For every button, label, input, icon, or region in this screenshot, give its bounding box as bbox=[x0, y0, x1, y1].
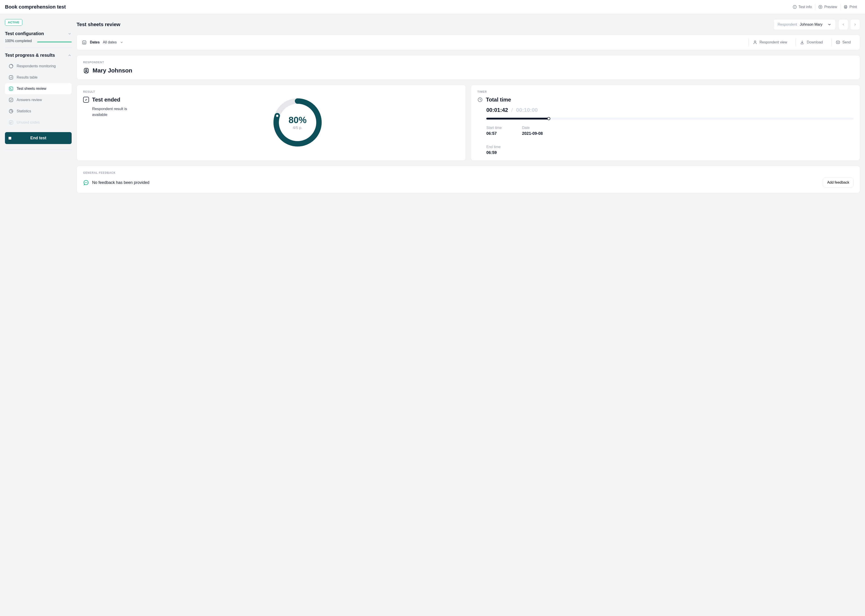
chevron-down-icon bbox=[120, 41, 123, 44]
svg-rect-9 bbox=[9, 75, 13, 79]
svg-rect-12 bbox=[9, 87, 13, 91]
main-header: Test sheets review Respondent Johnson Ma… bbox=[77, 19, 860, 30]
sidebar-item-results-table[interactable]: Results table bbox=[5, 72, 72, 83]
sidebar-item-test-sheets-review[interactable]: Test sheets review bbox=[5, 83, 72, 94]
chevron-down-icon bbox=[68, 32, 72, 36]
sidebar-item-label: Unused codes bbox=[17, 120, 39, 124]
send-icon bbox=[836, 40, 840, 44]
end-time-label: End time bbox=[486, 145, 854, 149]
sidebar: ACTIVE Test configuration 100% completed… bbox=[0, 14, 77, 203]
check-square-icon bbox=[9, 97, 14, 102]
status-badge: ACTIVE bbox=[5, 19, 22, 26]
id-badge-icon bbox=[83, 68, 90, 74]
respondent-select[interactable]: Respondent Johnson Mary bbox=[773, 19, 836, 30]
send-button[interactable]: Send bbox=[832, 38, 855, 46]
result-card: RESULT Test ended Respondent result is a… bbox=[77, 85, 466, 161]
completion-text: 100% completed bbox=[5, 39, 32, 43]
print-button[interactable]: Print bbox=[840, 4, 860, 10]
respondent-name: Mary Johnson bbox=[93, 67, 132, 74]
svg-point-2 bbox=[794, 6, 795, 6]
sidebar-item-label: Respondents monitoring bbox=[17, 64, 56, 68]
add-feedback-button[interactable]: Add feedback bbox=[823, 178, 854, 187]
end-test-label: End test bbox=[30, 136, 46, 140]
svg-rect-14 bbox=[9, 98, 13, 102]
toolbar: Dates All dates Respondent view Download bbox=[77, 35, 860, 50]
checklist-icon bbox=[9, 86, 14, 91]
end-time-value: 06:59 bbox=[486, 150, 854, 155]
sidebar-item-respondents-monitoring[interactable]: Respondents monitoring bbox=[5, 61, 72, 72]
dates-filter[interactable]: Dates All dates bbox=[82, 40, 123, 45]
respondent-view-label: Respondent view bbox=[759, 40, 787, 44]
pager bbox=[838, 19, 860, 30]
chevron-up-icon bbox=[68, 53, 72, 57]
sidebar-item-statistics[interactable]: Statistics bbox=[5, 105, 72, 117]
respondent-view-button[interactable]: Respondent view bbox=[748, 38, 791, 46]
pie-chart-icon bbox=[9, 109, 14, 114]
feedback-label: GENERAL FEEDBACK bbox=[83, 171, 854, 174]
test-info-button[interactable]: Test info bbox=[789, 4, 815, 10]
time-separator: / bbox=[511, 107, 513, 113]
feedback-text: No feedback has been provided bbox=[92, 180, 149, 185]
svg-point-31 bbox=[86, 69, 87, 71]
pager-prev-button[interactable] bbox=[838, 19, 848, 30]
chat-icon bbox=[83, 179, 89, 185]
eye-icon bbox=[818, 5, 822, 9]
section-toggle-progress[interactable]: Test progress & results bbox=[5, 53, 72, 58]
stop-icon bbox=[9, 137, 11, 140]
result-label: RESULT bbox=[83, 90, 459, 93]
svg-point-26 bbox=[84, 43, 85, 44]
topbar-actions: Test info Preview Print bbox=[789, 4, 860, 10]
download-label: Download bbox=[807, 40, 822, 44]
respondent-select-label: Respondent bbox=[778, 22, 797, 27]
section-toggle-config[interactable]: Test configuration bbox=[5, 31, 72, 36]
result-fraction: 4/5 p. bbox=[293, 126, 303, 130]
svg-line-18 bbox=[11, 121, 12, 123]
svg-point-28 bbox=[754, 41, 756, 42]
result-title: Test ended bbox=[92, 97, 120, 103]
completion-progress-bar bbox=[37, 42, 72, 42]
completion-row: 100% completed bbox=[5, 39, 72, 43]
start-time-item: Start time 06:57 bbox=[486, 126, 502, 136]
timer-progress-bar bbox=[486, 118, 854, 119]
main: Test sheets review Respondent Johnson Ma… bbox=[77, 14, 865, 203]
svg-point-4 bbox=[820, 6, 821, 8]
timer-title: Total time bbox=[486, 97, 511, 103]
pager-next-button[interactable] bbox=[850, 19, 860, 30]
timer-label: TIMER bbox=[477, 90, 854, 93]
sidebar-item-label: Answers review bbox=[17, 98, 42, 102]
download-icon bbox=[800, 40, 804, 44]
dates-value: All dates bbox=[103, 40, 117, 44]
elapsed-time: 00:01:42 bbox=[486, 107, 508, 113]
send-label: Send bbox=[843, 40, 851, 44]
sidebar-item-answers-review[interactable]: Answers review bbox=[5, 94, 72, 105]
result-chart: 80% 4/5 p. bbox=[136, 97, 459, 148]
svg-point-3 bbox=[819, 5, 822, 9]
respondent-select-value: Johnson Mary bbox=[800, 22, 822, 27]
key-icon bbox=[9, 120, 14, 125]
result-subtitle: Respondent result is available bbox=[92, 106, 131, 118]
dates-label: Dates bbox=[90, 40, 100, 44]
sidebar-item-label: Results table bbox=[17, 75, 38, 79]
date-label: Date bbox=[522, 126, 543, 130]
feedback-card: GENERAL FEEDBACK No feedback has been pr… bbox=[77, 166, 860, 193]
topbar: Book comprehension test Test info Previe… bbox=[0, 0, 865, 14]
main-title: Test sheets review bbox=[77, 22, 120, 27]
svg-rect-29 bbox=[836, 41, 840, 44]
respondent-label: RESPONDENT bbox=[83, 61, 854, 64]
info-icon bbox=[793, 5, 797, 9]
total-time: 00:10:00 bbox=[516, 107, 538, 113]
sidebar-item-label: Test sheets review bbox=[17, 86, 46, 91]
print-label: Print bbox=[849, 5, 857, 9]
date-value: 2021-09-08 bbox=[522, 131, 543, 136]
preview-button[interactable]: Preview bbox=[815, 4, 840, 10]
target-icon bbox=[9, 64, 14, 69]
download-button[interactable]: Download bbox=[796, 38, 827, 46]
section-config-title: Test configuration bbox=[5, 31, 44, 36]
end-test-button[interactable]: End test bbox=[5, 132, 72, 144]
user-icon bbox=[753, 40, 757, 44]
section-progress-title: Test progress & results bbox=[5, 53, 55, 58]
sidebar-item-unused-codes[interactable]: Unused codes bbox=[5, 117, 72, 128]
respondent-card: RESPONDENT Mary Johnson bbox=[77, 55, 860, 80]
timer-card: TIMER Total time 00:01:42 / 00:10:00 bbox=[471, 85, 860, 161]
end-time-item: End time 06:59 bbox=[486, 145, 854, 155]
